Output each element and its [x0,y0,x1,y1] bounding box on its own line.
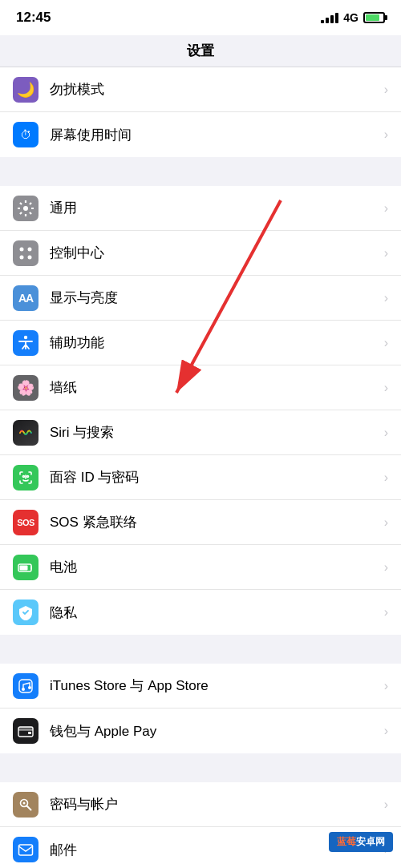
settings-section-passwords: 密码与帐户 › 邮件 › [0,782,401,868]
wallet-chevron-icon: › [384,724,388,738]
section-gap-3 [0,753,401,782]
settings-row-battery[interactable]: 电池 › [0,545,401,590]
signal-bar-2 [326,18,329,23]
general-chevron-icon: › [384,201,388,216]
wallpaper-label: 墙纸 [50,378,379,397]
wallpaper-icon: 🌸 [13,375,38,401]
settings-row-siri[interactable]: Siri 与搜索 › [0,410,401,455]
control-center-label: 控制中心 [50,244,379,262]
page-wrapper: 12:45 4G 设置 🌙 勿扰模式 › [0,0,401,868]
settings-row-control-center[interactable]: 控制中心 › [0,231,401,276]
general-icon [13,196,38,221]
display-icon: AA [13,285,38,311]
settings-row-accessibility[interactable]: 辅助功能 › [0,321,401,365]
mail-icon [13,837,38,862]
status-time: 12:45 [16,10,51,26]
privacy-label: 隐私 [50,604,379,622]
sos-icon: SOS [13,510,38,535]
itunes-chevron-icon: › [384,679,388,693]
svg-point-5 [24,335,27,338]
watermark-brand: 蓝莓 [337,836,356,847]
status-bar: 12:45 4G [0,0,401,35]
signal-bars-icon [321,13,338,23]
siri-icon [13,420,38,446]
status-right: 4G [321,11,385,24]
siri-label: Siri 与搜索 [50,423,379,442]
section-gap-2 [0,635,401,664]
settings-row-wallpaper[interactable]: 🌸 墙纸 › [0,365,401,410]
svg-point-12 [22,688,25,691]
screen-time-label: 屏幕使用时间 [50,126,379,144]
wallpaper-chevron-icon: › [384,381,388,395]
accessibility-label: 辅助功能 [50,333,379,352]
control-center-chevron-icon: › [384,246,388,260]
siri-chevron-icon: › [384,426,388,440]
accessibility-icon [13,330,38,356]
battery-icon [363,12,385,23]
sos-label: SOS 紧急联络 [50,513,379,531]
sos-chevron-icon: › [384,515,388,530]
page-title: 设置 [187,43,214,59]
svg-rect-10 [20,565,28,570]
svg-rect-19 [19,845,33,855]
battery-chevron-icon: › [384,560,388,575]
wallet-label: 钱包与 Apple Pay [50,722,379,741]
svg-rect-16 [28,732,31,734]
settings-row-itunes[interactable]: iTunes Store 与 App Store › [0,664,401,709]
settings-list: 🌙 勿扰模式 › ⏱ 屏幕使用时间 › 通用 [0,67,401,868]
passwords-label: 密码与帐户 [50,795,379,813]
nav-bar: 设置 [0,35,401,67]
settings-section-itunes: iTunes Store 与 App Store › 钱包与 Apple Pay… [0,664,401,753]
general-label: 通用 [50,199,379,217]
display-chevron-icon: › [384,291,388,305]
faceid-chevron-icon: › [384,470,388,485]
faceid-icon [13,465,38,491]
settings-row-sos[interactable]: SOS SOS 紧急联络 › [0,500,401,545]
screen-time-chevron-icon: › [384,127,388,142]
settings-row-screen-time[interactable]: ⏱ 屏幕使用时间 › [0,112,401,157]
settings-row-general[interactable]: 通用 › [0,186,401,231]
privacy-chevron-icon: › [384,605,388,620]
privacy-icon [13,600,38,625]
battery-fill [366,14,379,21]
settings-row-wallet[interactable]: 钱包与 Apple Pay › [0,709,401,753]
watermark: 蓝莓安卓网 [329,832,393,852]
settings-row-faceid[interactable]: 面容 ID 与密码 › [0,455,401,500]
passwords-icon [13,792,38,818]
itunes-label: iTunes Store 与 App Store [50,676,379,695]
dnd-chevron-icon: › [384,83,388,97]
dnd-icon: 🌙 [13,77,38,103]
accessibility-chevron-icon: › [384,336,388,350]
battery-settings-icon [13,555,38,580]
settings-row-dnd[interactable]: 🌙 勿扰模式 › [0,67,401,112]
watermark-suffix: 安卓网 [356,836,385,847]
svg-rect-15 [18,727,33,730]
svg-point-13 [28,686,31,689]
settings-section-general: 通用 › 控制中心 › AA 显示与亮度 [0,186,401,635]
settings-section-top: 🌙 勿扰模式 › ⏱ 屏幕使用时间 › [0,67,401,157]
svg-point-2 [28,247,32,251]
svg-point-1 [20,247,24,251]
svg-point-4 [28,255,32,259]
signal-bar-1 [321,20,324,23]
svg-point-3 [20,255,24,259]
battery-label: 电池 [50,558,379,576]
control-center-icon [13,240,38,266]
section-gap-1 [0,157,401,186]
screen-time-icon: ⏱ [13,122,38,147]
dnd-label: 勿扰模式 [50,80,379,99]
network-type: 4G [343,11,358,24]
svg-point-7 [27,475,29,477]
svg-point-18 [23,801,26,804]
signal-bar-3 [330,15,334,23]
settings-row-passwords[interactable]: 密码与帐户 › [0,782,401,827]
svg-point-0 [23,206,28,211]
wallet-icon [13,718,38,744]
settings-row-privacy[interactable]: 隐私 › [0,590,401,635]
faceid-label: 面容 ID 与密码 [50,468,379,486]
svg-point-6 [23,475,25,477]
settings-row-display[interactable]: AA 显示与亮度 › [0,276,401,321]
signal-bar-4 [335,13,338,23]
display-label: 显示与亮度 [50,289,379,307]
passwords-chevron-icon: › [384,797,388,812]
